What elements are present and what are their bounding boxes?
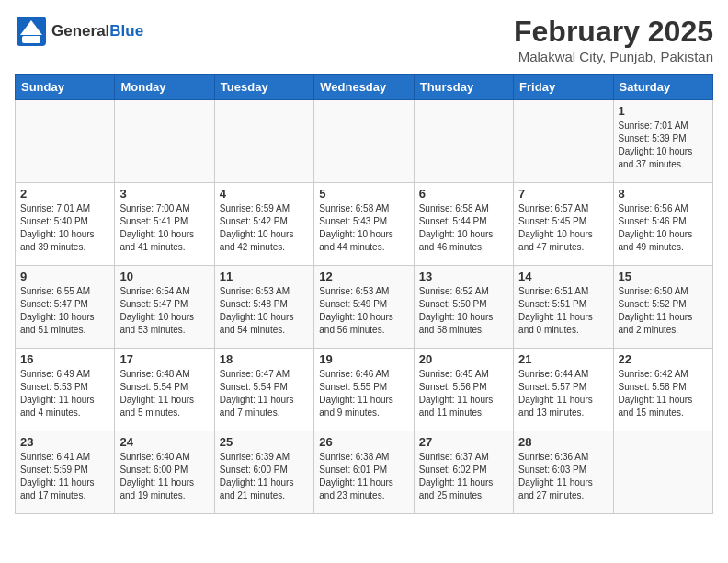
svg-rect-2 xyxy=(22,36,40,43)
weekday-header-thursday: Thursday xyxy=(414,75,513,100)
week-row-1: 1Sunrise: 7:01 AM Sunset: 5:39 PM Daylig… xyxy=(16,100,713,183)
calendar-cell: 8Sunrise: 6:56 AM Sunset: 5:46 PM Daylig… xyxy=(613,183,712,266)
calendar-cell: 9Sunrise: 6:55 AM Sunset: 5:47 PM Daylig… xyxy=(16,266,115,349)
calendar-table: SundayMondayTuesdayWednesdayThursdayFrid… xyxy=(15,74,713,514)
calendar-cell: 5Sunrise: 6:58 AM Sunset: 5:43 PM Daylig… xyxy=(314,183,414,266)
day-number: 1 xyxy=(619,104,708,118)
weekday-header-wednesday: Wednesday xyxy=(314,75,414,100)
day-number: 17 xyxy=(119,352,209,366)
day-info: Sunrise: 6:55 AM Sunset: 5:47 PM Dayligh… xyxy=(20,286,95,335)
day-number: 8 xyxy=(619,187,708,201)
day-number: 4 xyxy=(220,187,309,201)
day-number: 12 xyxy=(319,270,408,283)
calendar-cell: 7Sunrise: 6:57 AM Sunset: 5:45 PM Daylig… xyxy=(514,183,613,266)
day-info: Sunrise: 6:58 AM Sunset: 5:43 PM Dayligh… xyxy=(319,203,393,252)
header: GeneralBlue February 2025 Malakwal City,… xyxy=(15,15,713,64)
day-number: 9 xyxy=(20,270,109,283)
day-number: 28 xyxy=(518,435,608,449)
week-row-4: 16Sunrise: 6:49 AM Sunset: 5:53 PM Dayli… xyxy=(16,349,713,431)
day-number: 10 xyxy=(119,270,209,283)
logo-general: General xyxy=(51,22,109,40)
calendar-cell: 23Sunrise: 6:41 AM Sunset: 5:59 PM Dayli… xyxy=(16,431,115,514)
day-info: Sunrise: 6:47 AM Sunset: 5:54 PM Dayligh… xyxy=(220,369,294,418)
calendar-cell: 16Sunrise: 6:49 AM Sunset: 5:53 PM Dayli… xyxy=(16,349,115,431)
calendar-cell: 17Sunrise: 6:48 AM Sunset: 5:54 PM Dayli… xyxy=(115,349,214,431)
calendar-cell: 25Sunrise: 6:39 AM Sunset: 6:00 PM Dayli… xyxy=(214,431,313,514)
calendar-cell: 28Sunrise: 6:36 AM Sunset: 6:03 PM Dayli… xyxy=(514,431,613,514)
weekday-header-tuesday: Tuesday xyxy=(214,75,313,100)
day-info: Sunrise: 6:50 AM Sunset: 5:52 PM Dayligh… xyxy=(619,286,693,335)
title-area: February 2025 Malakwal City, Punjab, Pak… xyxy=(514,15,713,64)
day-info: Sunrise: 6:37 AM Sunset: 6:02 PM Dayligh… xyxy=(419,452,494,500)
calendar-cell: 15Sunrise: 6:50 AM Sunset: 5:52 PM Dayli… xyxy=(613,266,712,349)
day-number: 14 xyxy=(518,270,608,283)
day-info: Sunrise: 6:53 AM Sunset: 5:48 PM Dayligh… xyxy=(220,286,294,335)
day-info: Sunrise: 6:52 AM Sunset: 5:50 PM Dayligh… xyxy=(419,286,494,335)
day-number: 13 xyxy=(419,270,508,283)
calendar-cell: 26Sunrise: 6:38 AM Sunset: 6:01 PM Dayli… xyxy=(314,431,414,514)
day-number: 16 xyxy=(20,352,109,366)
day-number: 2 xyxy=(20,187,109,201)
calendar-cell: 12Sunrise: 6:53 AM Sunset: 5:49 PM Dayli… xyxy=(314,266,414,349)
week-row-3: 9Sunrise: 6:55 AM Sunset: 5:47 PM Daylig… xyxy=(16,266,713,349)
day-info: Sunrise: 6:54 AM Sunset: 5:47 PM Dayligh… xyxy=(119,286,194,335)
day-number: 27 xyxy=(419,435,508,449)
calendar-cell: 21Sunrise: 6:44 AM Sunset: 5:57 PM Dayli… xyxy=(514,349,613,431)
calendar-cell xyxy=(115,100,214,183)
day-info: Sunrise: 6:56 AM Sunset: 5:46 PM Dayligh… xyxy=(619,203,693,252)
day-number: 23 xyxy=(20,435,109,449)
day-number: 3 xyxy=(119,187,209,201)
day-info: Sunrise: 6:58 AM Sunset: 5:44 PM Dayligh… xyxy=(419,203,494,252)
calendar-cell xyxy=(16,100,115,183)
weekday-header-sunday: Sunday xyxy=(16,75,115,100)
calendar-cell: 20Sunrise: 6:45 AM Sunset: 5:56 PM Dayli… xyxy=(414,349,513,431)
day-info: Sunrise: 7:01 AM Sunset: 5:40 PM Dayligh… xyxy=(20,203,95,252)
day-info: Sunrise: 6:36 AM Sunset: 6:03 PM Dayligh… xyxy=(518,452,593,500)
week-row-2: 2Sunrise: 7:01 AM Sunset: 5:40 PM Daylig… xyxy=(16,183,713,266)
weekday-header-friday: Friday xyxy=(514,75,613,100)
day-info: Sunrise: 6:46 AM Sunset: 5:55 PM Dayligh… xyxy=(319,369,393,418)
week-row-5: 23Sunrise: 6:41 AM Sunset: 5:59 PM Dayli… xyxy=(16,431,713,514)
logo-icon xyxy=(15,15,48,48)
day-number: 22 xyxy=(619,352,708,366)
day-number: 20 xyxy=(419,352,508,366)
calendar-cell: 22Sunrise: 6:42 AM Sunset: 5:58 PM Dayli… xyxy=(613,349,712,431)
day-number: 6 xyxy=(419,187,508,201)
calendar-cell xyxy=(214,100,313,183)
calendar-cell: 13Sunrise: 6:52 AM Sunset: 5:50 PM Dayli… xyxy=(414,266,513,349)
day-number: 18 xyxy=(220,352,309,366)
weekday-header-saturday: Saturday xyxy=(613,75,712,100)
calendar-cell: 10Sunrise: 6:54 AM Sunset: 5:47 PM Dayli… xyxy=(115,266,214,349)
day-info: Sunrise: 6:39 AM Sunset: 6:00 PM Dayligh… xyxy=(220,452,294,500)
weekday-header-row: SundayMondayTuesdayWednesdayThursdayFrid… xyxy=(16,75,713,100)
day-number: 25 xyxy=(220,435,309,449)
day-info: Sunrise: 6:38 AM Sunset: 6:01 PM Dayligh… xyxy=(319,452,393,500)
day-info: Sunrise: 6:49 AM Sunset: 5:53 PM Dayligh… xyxy=(20,369,95,418)
day-info: Sunrise: 6:41 AM Sunset: 5:59 PM Dayligh… xyxy=(20,452,95,500)
calendar-cell: 3Sunrise: 7:00 AM Sunset: 5:41 PM Daylig… xyxy=(115,183,214,266)
logo-blue: Blue xyxy=(109,22,143,40)
calendar-cell: 19Sunrise: 6:46 AM Sunset: 5:55 PM Dayli… xyxy=(314,349,414,431)
day-info: Sunrise: 6:45 AM Sunset: 5:56 PM Dayligh… xyxy=(419,369,494,418)
day-info: Sunrise: 6:57 AM Sunset: 5:45 PM Dayligh… xyxy=(518,203,593,252)
day-number: 15 xyxy=(619,270,708,283)
calendar-cell xyxy=(314,100,414,183)
calendar-cell: 27Sunrise: 6:37 AM Sunset: 6:02 PM Dayli… xyxy=(414,431,513,514)
logo-text: GeneralBlue xyxy=(51,23,143,40)
calendar-title: February 2025 xyxy=(514,15,713,49)
calendar-cell: 11Sunrise: 6:53 AM Sunset: 5:48 PM Dayli… xyxy=(214,266,313,349)
day-number: 7 xyxy=(518,187,608,201)
day-number: 5 xyxy=(319,187,408,201)
calendar-cell: 2Sunrise: 7:01 AM Sunset: 5:40 PM Daylig… xyxy=(16,183,115,266)
day-info: Sunrise: 6:53 AM Sunset: 5:49 PM Dayligh… xyxy=(319,286,393,335)
weekday-header-monday: Monday xyxy=(115,75,214,100)
day-info: Sunrise: 6:51 AM Sunset: 5:51 PM Dayligh… xyxy=(518,286,593,335)
calendar-cell xyxy=(514,100,613,183)
day-info: Sunrise: 6:48 AM Sunset: 5:54 PM Dayligh… xyxy=(119,369,194,418)
day-number: 11 xyxy=(220,270,309,283)
day-number: 24 xyxy=(119,435,209,449)
day-info: Sunrise: 7:01 AM Sunset: 5:39 PM Dayligh… xyxy=(619,121,693,169)
day-info: Sunrise: 6:40 AM Sunset: 6:00 PM Dayligh… xyxy=(119,452,194,500)
calendar-cell: 6Sunrise: 6:58 AM Sunset: 5:44 PM Daylig… xyxy=(414,183,513,266)
logo: GeneralBlue xyxy=(15,15,143,48)
